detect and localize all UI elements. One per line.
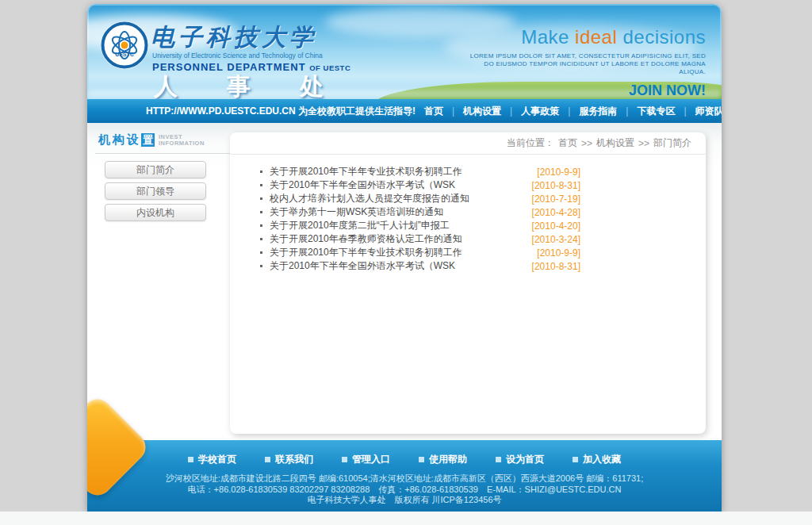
news-date: [2010-8-31] (532, 180, 580, 191)
bullet-icon (260, 251, 262, 254)
sidebar-section-title: 机构设置INVESTINFORMATION (95, 130, 230, 154)
bottom-strip (0, 512, 812, 525)
footer-link-admin-portal[interactable]: 管理入口 (342, 453, 390, 466)
breadcrumb-separator: >> (638, 138, 649, 149)
page-container: UESTC 电子科技大学 University of Electronic Sc… (87, 4, 722, 512)
sidebar-title-en: INVESTINFORMATION (159, 134, 214, 147)
nav-item-downloads[interactable]: 下载专区 (628, 105, 684, 118)
breadcrumb-label: 当前位置： (507, 136, 554, 150)
footer-link-school-home[interactable]: 学校首页 (188, 453, 236, 466)
news-date: [2010-7-19] (532, 194, 580, 205)
breadcrumb-home[interactable]: 首页 (558, 136, 577, 150)
slogan-ideal: ideal (575, 26, 617, 48)
footer-link-label: 设为首页 (506, 453, 544, 466)
slogan-make: Make (521, 26, 575, 48)
footer-link-label: 使用帮助 (429, 453, 467, 466)
bullet-icon (260, 265, 262, 267)
footer-link-label: 学校首页 (198, 453, 236, 466)
footer-copyright: 电子科技大学人事处 版权所有 川ICP备123456号 (87, 495, 722, 506)
bullet-icon (260, 224, 262, 227)
sidebar-title-en-line2: INFORMATION (159, 140, 205, 147)
footer-link-help[interactable]: 使用帮助 (419, 453, 467, 466)
news-row[interactable]: 关于2010年下半年全国外语水平考试（WSK [2010-8-31] (260, 259, 580, 273)
square-bullet-icon (188, 457, 193, 462)
sidebar-item-dept-leaders[interactable]: 部门领导 (105, 182, 206, 200)
news-row[interactable]: 关于2010年下半年全国外语水平考试（WSK [2010-8-31] (260, 178, 580, 192)
news-date: [2010-4-28] (532, 207, 580, 218)
bullet-icon (260, 184, 262, 186)
site-url-text: HTTP://WWW.PD.UESTC.EDU.CN 为全校教职工提供生活指导! (146, 105, 416, 118)
footer-address: 沙河校区地址:成都市建设北路二段四号 邮编:610054;清水河校区地址:成都市… (87, 473, 722, 485)
news-title[interactable]: 关于开展2010年下半年专业技术职务初聘工作 (270, 165, 530, 178)
news-date: [2010-9-9] (537, 247, 580, 259)
footer-info: 沙河校区地址:成都市建设北路二段四号 邮编:610054;清水河校区地址:成都市… (87, 473, 722, 506)
news-date: [2010-3-24] (532, 234, 580, 245)
footer-links: 学校首页 联系我们 管理入口 使用帮助 设为首页 加入收藏 (87, 440, 722, 466)
main-panel: 当前位置： 首页 >> 机构设置 >> 部门简介 关于开展2010年下半年专业技… (230, 132, 706, 434)
news-title[interactable]: 关于开展2010年春季教师资格认定工作的通知 (270, 232, 526, 246)
bullet-icon (260, 197, 262, 200)
nav-item-faculty[interactable]: 师资队伍 (687, 105, 722, 118)
sidebar-title-cn-boxed: 置 (141, 133, 155, 147)
news-row[interactable]: 关于开展2010年下半年专业技术职务初聘工作 [2010-9-9] (260, 246, 580, 259)
news-row[interactable]: 关于开展2010年下半年专业技术职务初聘工作 [2010-9-9] (260, 165, 580, 178)
footer-contact: 电话：+86.028-61830539 83202297 83208288 传真… (87, 485, 722, 496)
news-title[interactable]: 关于开展2010年下半年专业技术职务初聘工作 (270, 246, 530, 259)
nav-item-service-guide[interactable]: 服务指南 (570, 105, 626, 118)
news-list: 关于开展2010年下半年专业技术职务初聘工作 [2010-9-9] 关于2010… (260, 165, 580, 273)
sidebar-item-internal-orgs[interactable]: 内设机构 (105, 204, 206, 221)
news-date: [2010-9-9] (537, 167, 580, 178)
department-name-cn: 人事处 (154, 71, 373, 99)
news-title[interactable]: 关于开展2010年度第二批“千人计划”申报工 (270, 219, 526, 232)
news-title[interactable]: 校内人才培养计划入选人员提交年度报告的通知 (270, 192, 526, 205)
square-bullet-icon (265, 457, 270, 462)
news-row[interactable]: 关于开展2010年春季教师资格认定工作的通知 [2010-3-24] (260, 232, 580, 246)
footer-link-contact-us[interactable]: 联系我们 (265, 453, 313, 466)
sidebar-menu: 部门简介 部门领导 内设机构 (105, 161, 206, 221)
news-row[interactable]: 校内人才培养计划入选人员提交年度报告的通知 [2010-7-19] (260, 192, 580, 205)
bullet-icon (260, 171, 262, 173)
footer-link-add-favorite[interactable]: 加入收藏 (573, 453, 621, 466)
svg-text:UESTC: UESTC (115, 52, 134, 57)
news-row[interactable]: 关于举办第十一期WSK英语培训班的通知 [2010-4-28] (260, 205, 580, 219)
slogan-decisions: decisions (617, 26, 706, 48)
university-name-cn: 电子科技大学 (151, 21, 317, 54)
nav-item-home[interactable]: 首页 (416, 105, 452, 118)
footer-link-set-homepage[interactable]: 设为首页 (496, 453, 544, 466)
panel-header: 当前位置： 首页 >> 机构设置 >> 部门简介 (230, 132, 706, 155)
join-now-button[interactable]: JOIN NOW! (460, 82, 706, 99)
main-navigation: HTTP://WWW.PD.UESTC.EDU.CN 为全校教职工提供生活指导!… (87, 99, 722, 123)
slogan-headline: Make ideal decisions (460, 26, 706, 48)
square-bullet-icon (496, 457, 501, 462)
news-title[interactable]: 关于举办第十一期WSK英语培训班的通知 (270, 205, 526, 219)
content-area: 机构设置INVESTINFORMATION 部门简介 部门领导 内设机构 当前位… (87, 123, 722, 440)
footer-link-label: 联系我们 (275, 453, 313, 466)
breadcrumb-separator: >> (581, 138, 592, 149)
square-bullet-icon (573, 457, 578, 462)
university-name-en: University of Electronic Science and Tec… (152, 52, 323, 59)
bullet-icon (260, 211, 262, 213)
news-row[interactable]: 关于开展2010年度第二批“千人计划”申报工 [2010-4-20] (260, 219, 580, 232)
breadcrumb-current[interactable]: 部门简介 (653, 136, 691, 150)
news-title[interactable]: 关于2010年下半年全国外语水平考试（WSK (270, 178, 526, 192)
square-bullet-icon (419, 457, 424, 462)
footer: 学校首页 联系我们 管理入口 使用帮助 设为首页 加入收藏 (87, 440, 722, 512)
news-date: [2010-8-31] (532, 261, 580, 272)
slogan-block: Make ideal decisions LOREM IPSUM DOLOR S… (460, 26, 706, 99)
nav-item-policy[interactable]: 人事政策 (512, 105, 568, 118)
news-date: [2010-4-20] (532, 220, 580, 232)
square-bullet-icon (342, 457, 347, 462)
uestc-logo[interactable]: UESTC (100, 21, 149, 70)
nav-menu: 首页 | 机构设置 | 人事政策 | 服务指南 | 下载专区 | 师资队伍 | … (416, 105, 722, 118)
news-title[interactable]: 关于2010年下半年全国外语水平考试（WSK (270, 259, 526, 273)
bullet-icon (260, 238, 262, 240)
breadcrumb-organization[interactable]: 机构设置 (596, 136, 634, 150)
breadcrumb: 当前位置： 首页 >> 机构设置 >> 部门简介 (507, 136, 691, 150)
sidebar-item-dept-intro[interactable]: 部门简介 (105, 161, 206, 178)
sidebar-title-cn: 机构设 (98, 132, 141, 146)
nav-item-organization[interactable]: 机构设置 (454, 105, 510, 118)
footer-link-label: 加入收藏 (583, 453, 621, 466)
slogan-subtext: LOREM IPSUM DOLOR SIT AMET, CONSECTETUR … (460, 52, 706, 76)
footer-link-label: 管理入口 (352, 453, 390, 466)
header-banner: UESTC 电子科技大学 University of Electronic Sc… (87, 4, 722, 99)
